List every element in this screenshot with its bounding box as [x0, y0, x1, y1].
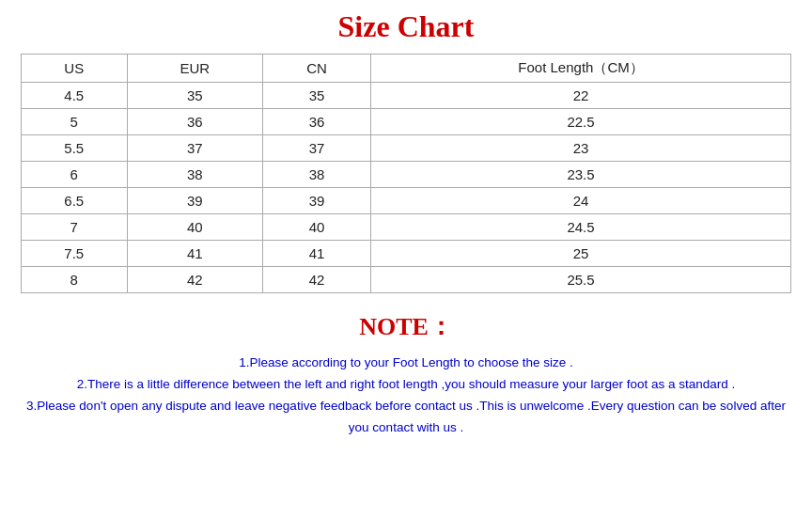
table-row: 6383823.5	[22, 162, 791, 188]
table-cell: 42	[127, 267, 263, 293]
table-cell: 5.5	[22, 135, 128, 162]
table-row: 5363622.5	[22, 109, 791, 135]
note-text: 1.Please according to your Foot Length t…	[21, 353, 791, 439]
table-cell: 22.5	[371, 109, 791, 135]
col-header-foot: Foot Length（CM）	[371, 55, 791, 83]
table-row: 8424225.5	[22, 267, 791, 293]
table-cell: 40	[263, 214, 371, 241]
table-cell: 25.5	[371, 267, 791, 293]
table-cell: 40	[127, 214, 263, 241]
page-title: Size Chart	[338, 9, 475, 44]
table-cell: 7	[22, 214, 128, 241]
table-cell: 7.5	[22, 241, 128, 267]
table-cell: 37	[263, 135, 371, 162]
note-line: 2.There is a little difference between t…	[21, 374, 791, 396]
table-header-row: US EUR CN Foot Length（CM）	[22, 55, 791, 83]
table-cell: 39	[263, 188, 371, 214]
table-cell: 36	[263, 109, 371, 135]
table-cell: 42	[263, 267, 371, 293]
table-cell: 41	[263, 241, 371, 267]
table-row: 7404024.5	[22, 214, 791, 241]
table-cell: 39	[127, 188, 263, 214]
table-row: 7.5414125	[22, 241, 791, 267]
note-line: 1.Please according to your Foot Length t…	[21, 353, 791, 374]
table-cell: 5	[22, 109, 128, 135]
note-title: NOTE：	[21, 310, 791, 343]
size-table: US EUR CN Foot Length（CM） 4.535352253636…	[21, 54, 791, 293]
table-cell: 8	[22, 267, 128, 293]
table-row: 4.5353522	[22, 83, 791, 109]
table-cell: 38	[263, 162, 371, 188]
table-cell: 23.5	[371, 162, 791, 188]
table-row: 6.5393924	[22, 188, 791, 214]
note-section: NOTE： 1.Please according to your Foot Le…	[21, 310, 791, 439]
table-cell: 6	[22, 162, 128, 188]
table-cell: 38	[127, 162, 263, 188]
note-line: 3.Please don't open any dispute and leav…	[21, 396, 791, 439]
table-cell: 37	[127, 135, 263, 162]
table-cell: 6.5	[22, 188, 128, 214]
table-cell: 22	[371, 83, 791, 109]
table-cell: 24.5	[371, 214, 791, 241]
table-cell: 36	[127, 109, 263, 135]
table-cell: 35	[127, 83, 263, 109]
table-cell: 4.5	[22, 83, 128, 109]
table-cell: 41	[127, 241, 263, 267]
col-header-cn: CN	[263, 55, 371, 83]
table-cell: 23	[371, 135, 791, 162]
table-cell: 25	[371, 241, 791, 267]
table-row: 5.5373723	[22, 135, 791, 162]
col-header-eur: EUR	[127, 55, 263, 83]
col-header-us: US	[22, 55, 128, 83]
table-cell: 35	[263, 83, 371, 109]
page-container: Size Chart US EUR CN Foot Length（CM） 4.5…	[0, 0, 812, 518]
table-cell: 24	[371, 188, 791, 214]
